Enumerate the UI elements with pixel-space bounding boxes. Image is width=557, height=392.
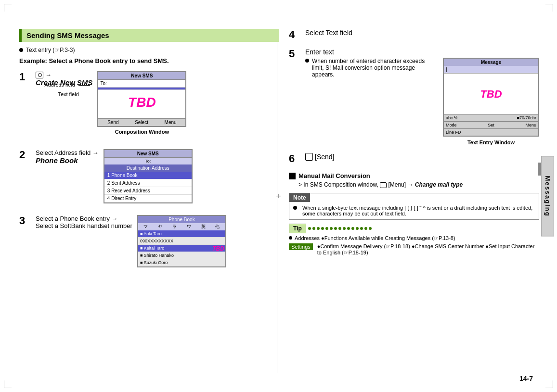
toolbar-send: Send (107, 120, 118, 125)
corner-bl (4, 380, 12, 388)
step-6: 6 [Send] (289, 153, 539, 164)
step-3: 3 Select a Phone Book entry → Select a S… (19, 215, 279, 267)
step-2-italic: Phone Book (36, 156, 99, 164)
section-header: Sending SMS Messages (19, 29, 279, 42)
tew-body: | TBD (444, 66, 538, 114)
step-3-content: Select a Phone Book entry → Select a Sof… (36, 215, 279, 267)
manual-italic: Change mail type (415, 181, 463, 188)
kana-ya: ヤ (158, 224, 162, 230)
step-3-title: Select a Phone Book entry → (36, 215, 132, 222)
kana-other: 他 (215, 224, 220, 230)
settings-text: ●Confirm Message Delivery (☞P.18-18) ●Ch… (317, 243, 539, 256)
dot-10 (347, 227, 350, 230)
screen-title-2: New SMS (104, 150, 192, 158)
manual-body: > In SMS Composition window, [Menu] → Ch… (298, 181, 539, 188)
step-6-content: [Send] (305, 153, 539, 161)
tip-bullet (289, 236, 292, 240)
manual-section: Manual Mail Conversion > In SMS Composit… (289, 172, 539, 188)
manual-title: Manual Mail Conversion (298, 172, 370, 179)
composition-window: New SMS To: TBD Send Select Menu (97, 71, 186, 127)
left-column: Sending SMS Messages Text entry (☞P.3-3)… (19, 29, 279, 279)
to-field: To: (104, 158, 192, 164)
dot-7 (334, 227, 337, 230)
tew-caption: Text Entry Window (443, 139, 539, 145)
step-3-layout: Select a Phone Book entry → Select a Sof… (36, 215, 279, 267)
phonebook-title: Phone Book (138, 216, 225, 223)
dot-1 (308, 227, 311, 230)
step-1-content: → Create New SMS Address field Text fiel… (36, 71, 279, 135)
note-bullet-circle (293, 206, 297, 210)
bullet (305, 59, 309, 63)
kana-ei: 英 (201, 224, 206, 230)
dot-3 (317, 227, 320, 230)
text-entry-window: Message | TBD abc ½ ■70/70chr Mode Set (443, 58, 539, 137)
tab-label: Messaging (541, 156, 554, 236)
step-2-layout: Select Address field → Phone Book New SM… (36, 149, 279, 203)
tew-tbd: TBD (444, 74, 538, 101)
step-2-content: Select Address field → Phone Book New SM… (36, 149, 279, 203)
step-3-title2: Select a SoftBank handset number (36, 222, 132, 229)
tew-mode: Mode (446, 123, 457, 127)
tew-line: Line FD (446, 130, 461, 135)
manual-menu: [Menu] (388, 181, 406, 188)
caption-1: Composition Window (97, 129, 186, 135)
kana-wa: ワ (187, 224, 191, 230)
manual-arrow: → (407, 181, 415, 188)
dot-14 (364, 227, 367, 230)
tip-row-1: Addresses ●Functions Available while Cre… (289, 235, 539, 241)
manual-prefix: > (298, 181, 303, 188)
page-number: 14-7 (519, 375, 533, 382)
pb-item-1: ■ Aoki Taro (138, 230, 225, 238)
step-2-text: Select Address field → Phone Book (36, 149, 99, 164)
dot-13 (360, 227, 363, 230)
toolbar-menu: Menu (165, 120, 177, 125)
dot-2 (312, 227, 315, 230)
tip-text-1: Addresses ●Functions Available while Cre… (295, 235, 455, 241)
tip-header-row: Tip (289, 224, 539, 233)
corner-tr (545, 4, 553, 12)
toolbar-select: Select (135, 120, 148, 125)
step-1-arrow: → (45, 71, 52, 78)
dot-11 (351, 227, 354, 230)
settings-badge: Settings (289, 243, 313, 250)
tew-cursor: | (444, 66, 538, 74)
manual-send-icon (380, 182, 387, 188)
dot-15 (369, 227, 372, 230)
step-4-num: 4 (289, 29, 302, 40)
tew-abc: abc ½ (446, 115, 458, 120)
step-2-title: Select Address field → (36, 149, 99, 156)
sms-icon (36, 72, 43, 78)
tew-counter: ■70/70chr (517, 115, 536, 120)
tew-menu: Menu (525, 123, 536, 127)
send-icon (305, 153, 313, 161)
pb-item-4: ■ Shirato Hanako (138, 252, 225, 259)
corner-tl (4, 4, 12, 12)
step-5-bullet-1: When number of entered character exceeds… (305, 58, 437, 78)
bullet-text: Text entry (☞P.3-3) (26, 47, 75, 53)
text-field-label: Text field (58, 91, 93, 97)
pb-item-5: ■ Suzuki Goro (138, 259, 225, 266)
tew-bottom-2: Mode Set Menu (444, 121, 538, 128)
example-line: Example: Select a Phone Book entry to se… (19, 57, 279, 64)
tbd-1: TBD (98, 90, 185, 115)
step-2-num: 2 (19, 149, 33, 161)
kana-ma: マ (143, 224, 148, 230)
dot-6 (330, 227, 333, 230)
step-3-screen: Phone Book マ ヤ ラ ワ 英 他 ■ Aoki Taro 090XX… (137, 215, 226, 267)
kana-ra: ラ (172, 224, 177, 230)
note-bullet: When a single-byte text message includin… (293, 205, 535, 216)
step-5-body: When number of entered character exceeds… (305, 58, 539, 145)
note-header-row: Note (289, 193, 539, 202)
step-1: 1 → Create New SMS Address field (19, 71, 279, 135)
step-1-layout: → Create New SMS Address field Text fiel… (36, 71, 279, 135)
right-column: 4 Select Text field 5 Enter text When nu… (289, 29, 539, 260)
step-3-screen-area: Phone Book マ ヤ ラ ワ 英 他 ■ Aoki Taro 090XX… (137, 215, 226, 267)
screen-title-1: New SMS (98, 72, 185, 80)
step-4: 4 Select Text field (289, 29, 539, 40)
manual-header: Manual Mail Conversion (289, 172, 539, 179)
tip-box: Tip Addresses ●Functions Ava (289, 224, 539, 256)
step-1-num: 1 (19, 71, 33, 83)
settings-row: Settings ●Confirm Message Delivery (☞P.1… (289, 243, 539, 256)
corner-br (545, 380, 553, 388)
step-5-screen-area: Message | TBD abc ½ ■70/70chr Mode Set (443, 58, 539, 145)
